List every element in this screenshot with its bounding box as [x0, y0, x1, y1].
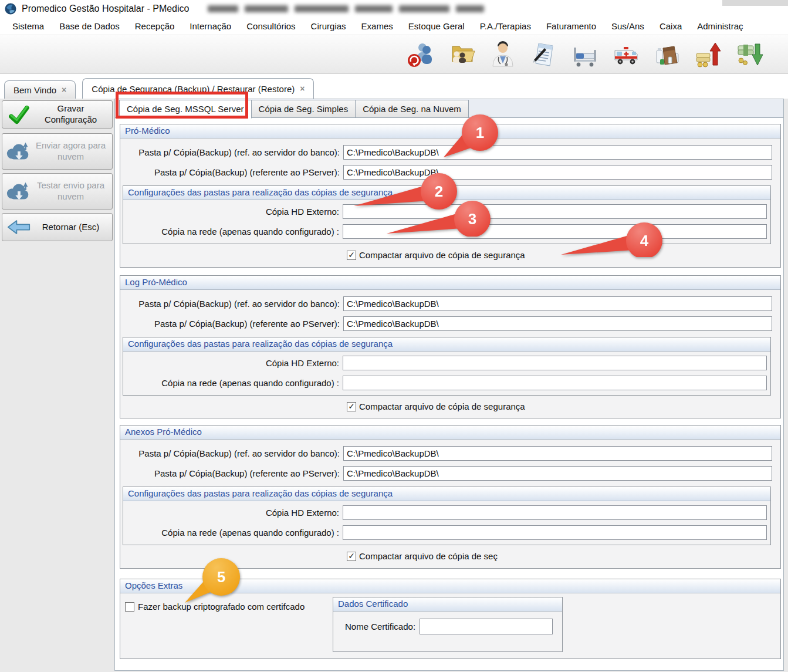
menu-sistema[interactable]: Sistema: [5, 21, 52, 31]
menu-administracao[interactable]: Administraç: [689, 21, 750, 31]
pharmacy-supplies-icon[interactable]: [653, 40, 681, 69]
field-row: Cópia HD Externo:: [123, 355, 767, 370]
tab-copia-nuvem[interactable]: Cópia de Seg. na Nuvem: [356, 100, 469, 118]
certificate-name-row: Nome Certificado:: [345, 619, 553, 634]
external-hd-copy-input[interactable]: [343, 505, 767, 520]
group-pro-medico: Pró-Médico Pasta p/ Cópia(Backup) (ref. …: [120, 124, 781, 268]
tab-copia-seguranca-label: Cópia de Segurança (Backup) / Restaurar …: [92, 84, 295, 94]
group-title: Opções Extras: [120, 579, 780, 593]
compress-backup-label: Compactar arquivo de cópia de seç: [359, 551, 498, 561]
external-hd-copy-label: Cópia HD Externo:: [123, 358, 343, 368]
main-toolbar: [0, 35, 788, 74]
field-row: Cópia HD Externo:: [123, 204, 767, 219]
backup-folder-pserver-input[interactable]: [343, 316, 772, 331]
backup-content-panel: Cópia de Seg. MSSQL Server Cópia de Seg.…: [114, 99, 784, 671]
money-down-icon[interactable]: [735, 40, 763, 69]
backup-folder-server-label: Pasta p/ Cópia(Backup) (ref. ao servidor…: [121, 147, 343, 157]
field-row: Cópia na rede (apenas quando configurado…: [123, 375, 767, 390]
prescription-document-icon[interactable]: [530, 40, 558, 69]
close-icon[interactable]: ×: [300, 85, 305, 93]
window-title: Promedico Gestão Hospitalar - PMedico: [22, 4, 189, 14]
ambulance-icon[interactable]: [612, 40, 640, 69]
patient-folder-icon[interactable]: [448, 40, 476, 69]
send-to-cloud-label: Enviar agora para nuvem: [32, 140, 109, 163]
backup-folder-server-label: Pasta p/ Cópia(Backup) (ref. ao servidor…: [121, 448, 343, 458]
backup-folder-server-input[interactable]: [343, 296, 772, 311]
menu-caixa[interactable]: Caixa: [652, 21, 689, 31]
compress-backup-checkbox[interactable]: [347, 402, 356, 411]
encrypted-backup-label: Fazer backup criptografado com certifcad…: [138, 602, 305, 612]
subgroup-folder-config: Configurações das pastas para realização…: [123, 487, 771, 545]
return-button[interactable]: Retornar (Esc): [2, 213, 113, 241]
group-log-pro-medico: Log Pró-Médico Pasta p/ Cópia(Backup) (r…: [120, 275, 781, 418]
encrypted-backup-checkbox[interactable]: [125, 602, 134, 612]
compress-backup-check-row: Compactar arquivo de cópia de segurança: [347, 250, 525, 260]
compress-backup-check-row: Compactar arquivo de cópia de segurança: [347, 401, 525, 411]
backup-folder-pserver-input[interactable]: [343, 165, 772, 180]
compress-backup-checkbox[interactable]: [347, 251, 356, 260]
tab-mssql-server[interactable]: Cópia de Seg. MSSQL Server: [119, 100, 252, 119]
return-label: Retornar (Esc): [32, 222, 109, 233]
test-cloud-send-button[interactable]: Testar envio para nuvem: [2, 173, 113, 210]
app-logo-icon: [4, 2, 17, 15]
menu-consultorios[interactable]: Consultórios: [239, 21, 303, 31]
send-to-cloud-button[interactable]: Enviar agora para nuvem: [2, 133, 113, 170]
menu-pa-terapias[interactable]: P.A./Terapias: [472, 21, 539, 31]
certificate-group-title: Dados Certificado: [333, 597, 562, 612]
tab-bem-vindo[interactable]: Bem Vindo ×: [4, 80, 76, 99]
money-up-icon[interactable]: [694, 40, 722, 69]
field-row: Pasta p/ Cópia(Backup) (referente ao PSe…: [121, 164, 772, 180]
network-copy-input[interactable]: [343, 376, 767, 390]
external-hd-copy-label: Cópia HD Externo:: [123, 207, 343, 217]
cloud-upload-icon: [5, 140, 32, 163]
compress-backup-label: Compactar arquivo de cópia de segurança: [359, 250, 525, 260]
compress-backup-check-row: Compactar arquivo de cópia de seç: [347, 551, 498, 561]
external-hd-copy-input[interactable]: [343, 356, 767, 370]
network-copy-label: Cópia na rede (apenas quando configurado…: [123, 227, 343, 237]
backup-folder-server-input[interactable]: [343, 446, 772, 461]
redacted-title-text: [208, 5, 484, 12]
menu-internacao[interactable]: Internação: [182, 21, 239, 31]
test-cloud-send-label: Testar envio para nuvem: [32, 180, 109, 202]
backup-folder-pserver-label: Pasta p/ Cópia(Backup) (referente ao PSe…: [121, 167, 343, 177]
network-copy-input[interactable]: [343, 525, 767, 540]
users-sync-icon[interactable]: [407, 40, 435, 69]
menu-sus-ans[interactable]: Sus/Ans: [604, 21, 652, 31]
certificate-name-input[interactable]: [420, 619, 553, 634]
field-row: Pasta p/ Cópia(Backup) (ref. ao servidor…: [121, 144, 772, 160]
menu-base-de-dados[interactable]: Base de Dados: [52, 21, 127, 31]
compress-backup-checkbox[interactable]: [347, 552, 356, 561]
close-icon[interactable]: ×: [62, 86, 66, 94]
encrypted-backup-check-row: Fazer backup criptografado com certifcad…: [125, 602, 305, 612]
field-row: Pasta p/ Cópia(Backup) (referente ao PSe…: [121, 465, 772, 481]
green-check-icon: [5, 103, 32, 126]
menu-exames[interactable]: Exames: [354, 21, 401, 31]
document-tab-strip: Bem Vindo × Cópia de Segurança (Backup) …: [0, 74, 788, 99]
menu-faturamento[interactable]: Faturamento: [539, 21, 604, 31]
external-hd-copy-label: Cópia HD Externo:: [123, 508, 343, 518]
menu-recepcao[interactable]: Recepção: [127, 21, 182, 31]
field-row: Cópia HD Externo:: [123, 505, 767, 520]
subgroup-folder-config: Configurações das pastas para realização…: [123, 337, 771, 396]
field-row: Cópia na rede (apenas quando configurado…: [123, 224, 767, 239]
hospital-bed-icon[interactable]: [571, 40, 599, 69]
backup-folder-server-label: Pasta p/ Cópia(Backup) (ref. ao servidor…: [121, 299, 343, 309]
field-row: Pasta p/ Cópia(Backup) (ref. ao servidor…: [121, 296, 772, 311]
tab-copia-seguranca[interactable]: Cópia de Segurança (Backup) / Restaurar …: [82, 78, 314, 99]
menu-estoque-geral[interactable]: Estoque Geral: [401, 21, 472, 31]
backup-folder-pserver-input[interactable]: [343, 466, 772, 481]
tab-copia-simples[interactable]: Cópia de Seg. Simples: [252, 100, 356, 118]
group-title: Anexos Pró-Médico: [120, 426, 780, 440]
menu-cirurgias[interactable]: Cirurgias: [303, 21, 354, 31]
field-row: Pasta p/ Cópia(Backup) (ref. ao servidor…: [121, 445, 772, 461]
inner-tabs: Cópia de Seg. MSSQL Server Cópia de Seg.…: [119, 100, 469, 119]
external-hd-copy-input[interactable]: [343, 204, 767, 219]
group-anexos-pro-medico: Anexos Pró-Médico Pasta p/ Cópia(Backup)…: [120, 425, 781, 569]
field-row: Cópia na rede (apenas quando configurado…: [123, 525, 767, 540]
arrow-left-icon: [5, 219, 32, 235]
subgroup-folder-config: Configurações das pastas para realização…: [123, 185, 771, 244]
network-copy-input[interactable]: [343, 224, 767, 239]
backup-folder-server-input[interactable]: [343, 145, 772, 160]
doctor-icon[interactable]: [489, 40, 517, 69]
save-configuration-button[interactable]: Gravar Configuração: [2, 100, 113, 129]
